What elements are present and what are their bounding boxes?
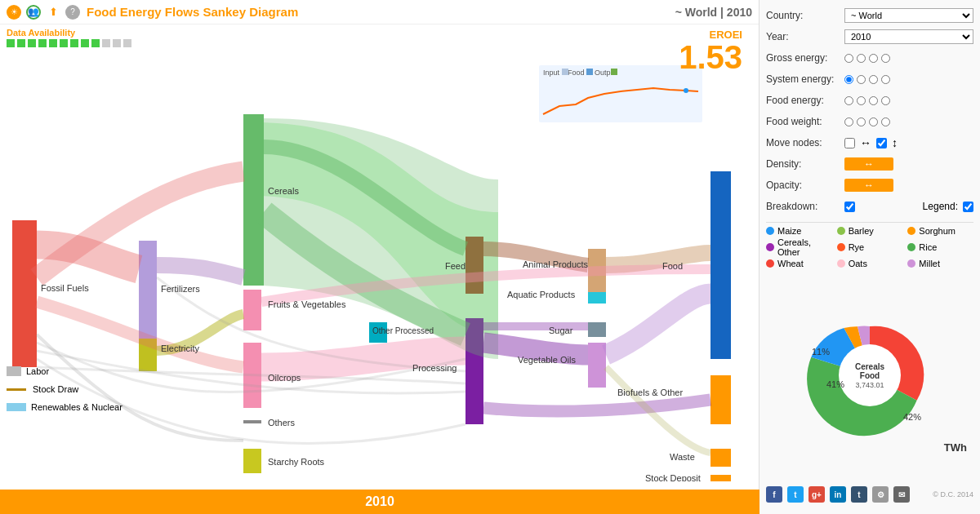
- system-energy-radios: [844, 75, 890, 84]
- email-icon[interactable]: ✉: [893, 486, 910, 503]
- fossil-fuels-node[interactable]: [12, 220, 37, 367]
- twh-label: TWh: [944, 441, 967, 454]
- waste-node[interactable]: [710, 449, 731, 467]
- linkedin-icon[interactable]: in: [830, 486, 846, 503]
- aquatic-products-node[interactable]: [588, 292, 606, 304]
- gross-radio-1[interactable]: [844, 54, 853, 63]
- food-weight-radios: [844, 117, 890, 126]
- weight-radio-3[interactable]: [869, 117, 878, 126]
- breakdown-row: Breakdown: Legend:: [766, 197, 973, 215]
- barley-dot: [837, 227, 845, 235]
- legend-millet: Millet: [907, 259, 973, 268]
- move-nodes-label: Move nodes:: [766, 137, 840, 148]
- gross-radio-2[interactable]: [857, 54, 866, 63]
- food-radio-3[interactable]: [869, 96, 878, 105]
- tumblr-icon[interactable]: t: [851, 486, 867, 503]
- legend-stock-draw: Stock Draw: [7, 380, 122, 398]
- facebook-icon[interactable]: f: [766, 486, 782, 503]
- country-label: Country:: [766, 10, 840, 21]
- people-icon[interactable]: 👥: [26, 5, 41, 20]
- rss-icon[interactable]: ⚙: [872, 486, 889, 503]
- sankey-svg: Input Food Output Fossil Fuels Fertilize…: [0, 49, 743, 481]
- wheat-dot: [766, 259, 774, 268]
- oats-label: Oats: [849, 259, 867, 268]
- vegetable-oils-node[interactable]: [588, 343, 606, 388]
- vegoil-food-flow: [606, 294, 710, 355]
- mini-chart-label-input: Input: [543, 69, 560, 77]
- label-vegetable-oils: Vegetable Oils: [518, 355, 576, 365]
- move-nodes-options: ↔ ↕: [844, 136, 898, 149]
- year-select[interactable]: 2010: [844, 29, 973, 44]
- breakdown-checkbox[interactable]: [844, 202, 855, 212]
- renewables-icon: [7, 403, 26, 411]
- gplus-icon[interactable]: g+: [808, 486, 825, 503]
- move-lr-icon[interactable]: ↔: [860, 136, 871, 149]
- move-nodes-checkbox[interactable]: [844, 138, 855, 148]
- stock-deposit-node[interactable]: [710, 475, 731, 481]
- density-label: Density:: [766, 158, 840, 170]
- country-select[interactable]: ~ World: [844, 8, 973, 23]
- gross-radio-3[interactable]: [869, 54, 878, 63]
- starchy-roots-node[interactable]: [243, 449, 261, 473]
- food-energy-label: Food energy:: [766, 95, 840, 106]
- maize-label: Maize: [777, 226, 801, 236]
- food-node[interactable]: [710, 171, 731, 359]
- sankey-area: Input Food Output Fossil Fuels Fertilize…: [0, 49, 743, 481]
- left-legend: Labor Stock Draw Renewables & Nuclear: [7, 362, 122, 416]
- pie-pct-41: 41%: [826, 379, 844, 389]
- food-radio-4[interactable]: [881, 96, 890, 105]
- sorghum-label: Sorghum: [919, 226, 956, 236]
- twitter-icon[interactable]: t: [787, 486, 804, 503]
- sugar-node[interactable]: [588, 322, 606, 337]
- fruits-veg-node[interactable]: [243, 290, 261, 330]
- food-weight-row: Food weight:: [766, 113, 973, 131]
- weight-radio-1[interactable]: [844, 117, 853, 126]
- gross-radio-4[interactable]: [881, 54, 890, 63]
- density-slider[interactable]: ↔: [844, 157, 893, 171]
- share-icon[interactable]: ⬆: [46, 5, 60, 20]
- biofuels-node[interactable]: [710, 375, 731, 424]
- legend-section: Maize Barley Sorghum Cereals, Other Rye …: [766, 222, 973, 268]
- mini-chart-dot: [684, 88, 688, 93]
- label-processing: Processing: [412, 363, 457, 373]
- pie-center-label2: Food: [860, 371, 880, 380]
- system-radio-4[interactable]: [881, 75, 890, 84]
- label-food: Food: [662, 261, 683, 271]
- label-cereals: Cereals: [268, 186, 299, 196]
- system-radio-2[interactable]: [857, 75, 866, 84]
- move-nodes-checkbox2[interactable]: [876, 138, 887, 148]
- header-icons: ☀ 👥 ⬆ ?: [7, 5, 80, 20]
- label-fruits-veg: Fruits & Vegetables: [268, 299, 346, 309]
- maize-dot: [766, 227, 774, 235]
- opacity-slider[interactable]: ↔: [844, 179, 893, 192]
- pie-pct-42: 42%: [903, 412, 921, 422]
- mini-legend-food: [586, 69, 593, 75]
- system-radio-3[interactable]: [869, 75, 878, 84]
- dot-9: [91, 39, 100, 47]
- legend-checkbox[interactable]: [963, 202, 973, 212]
- country-row: Country: ~ World: [766, 7, 973, 24]
- cereals-other-label: Cereals, Other: [777, 237, 832, 257]
- cereals-node[interactable]: [243, 114, 264, 286]
- system-radio-1[interactable]: [844, 75, 853, 84]
- mini-legend-input: [562, 69, 568, 75]
- mini-legend-output: [611, 69, 617, 75]
- weight-radio-2[interactable]: [857, 117, 866, 126]
- help-icon[interactable]: ?: [65, 5, 80, 20]
- breakdown-label: Breakdown:: [766, 201, 840, 212]
- opacity-label: Opacity:: [766, 179, 840, 191]
- rye-dot: [837, 243, 845, 251]
- others-node[interactable]: [243, 420, 261, 423]
- year-label: Year:: [766, 31, 840, 42]
- social-row: f t g+ in t ⚙ ✉ © D.C. 2014: [766, 481, 973, 507]
- pie-pct-11: 11%: [812, 347, 830, 357]
- sun-icon[interactable]: ☀: [7, 5, 21, 20]
- food-radio-2[interactable]: [857, 96, 866, 105]
- legend-rice: Rice: [907, 237, 973, 257]
- move-ud-icon[interactable]: ↕: [892, 136, 898, 149]
- legend-sorghum: Sorghum: [907, 226, 973, 236]
- food-radio-1[interactable]: [844, 96, 853, 105]
- pie-center-label1: Cereals: [855, 362, 885, 371]
- label-waste: Waste: [670, 452, 695, 462]
- weight-radio-4[interactable]: [881, 117, 890, 126]
